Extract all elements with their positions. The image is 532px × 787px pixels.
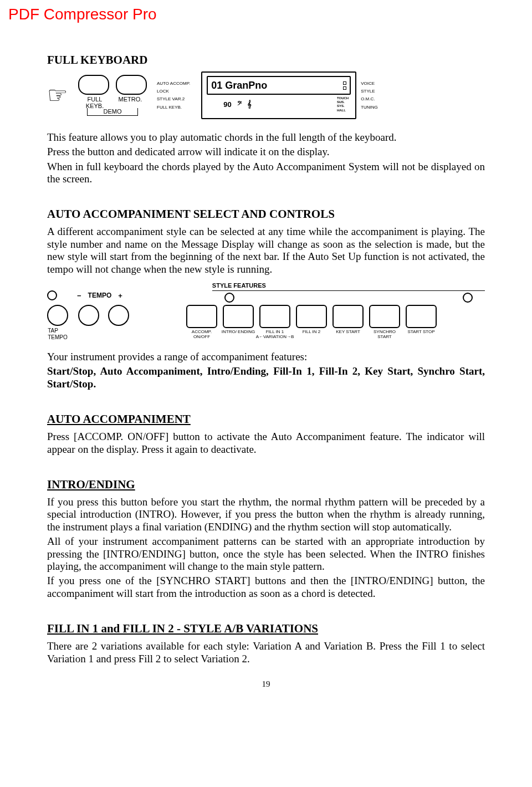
figure-keyboard-display: ☞ FULL KEYB. METRO. DEMO AUTO ACCOMP. LO…: [47, 71, 485, 119]
heading-auto-accomp-select: AUTO ACCOMPANIMENT SELECT AND CONTROLS: [47, 207, 485, 221]
paragraph: Press the button and dedicated arrow wil…: [47, 146, 485, 158]
full-keyb-button: [78, 75, 109, 95]
lcd-voice-name: 01 GranPno: [211, 80, 267, 91]
page-number: 19: [47, 679, 485, 689]
lcd-right-labels: VOICE STYLE O.M.C. TUNING: [361, 80, 378, 110]
pointing-hand-icon: ☞: [47, 84, 68, 107]
heading-full-keyboard: FULL KEYBOARD: [47, 53, 485, 67]
tempo-minus-button: [78, 305, 99, 326]
paragraph: Your instrument provides a range of acco…: [47, 351, 485, 363]
fill-in-1-button: [259, 305, 290, 328]
lcd-display: 01 GranPno 90 𝄢 𝄞 TOUCH SUS. SYS. HALL: [201, 71, 356, 119]
intro-ending-button: [223, 305, 254, 328]
led-icon: [463, 293, 473, 303]
tempo-minus-label: −: [77, 292, 81, 300]
button-group: FULL KEYB. METRO. DEMO: [78, 75, 147, 116]
tempo-plus-label: +: [118, 292, 122, 300]
tempo-label: TEMPO: [88, 292, 112, 299]
style-features-label: STYLE FEATURES: [212, 282, 485, 289]
led-icon: [47, 290, 57, 300]
lcd-left-labels: AUTO ACCOMP. LOCK STYLE VAR.2 FULL KEYB.: [157, 80, 190, 110]
paragraph: A different accompaniment style can be s…: [47, 226, 485, 275]
paragraph: There are 2 variations available for eac…: [47, 640, 485, 665]
paragraph: All of your instrument accompaniment pat…: [47, 535, 485, 573]
synchro-start-button: [369, 305, 400, 328]
label-demo: DEMO: [87, 108, 138, 116]
fill-in-2-button: [296, 305, 327, 328]
accomp-onoff-button: [186, 305, 217, 328]
heading-auto-accompaniment: AUTO ACCOMPANIMENT: [47, 412, 485, 426]
pdf-compressor-watermark: PDF Compressor Pro: [8, 6, 485, 23]
document-page: PDF Compressor Pro FULL KEYBOARD ☞ FULL …: [0, 0, 532, 711]
paragraph: This feature allows you to play automati…: [47, 131, 485, 144]
key-start-button: [332, 305, 364, 328]
label-full-keyb: FULL KEYB.: [80, 96, 109, 109]
figure-style-features: − TEMPO + STYLE FEATURES TAPTEMPO: [47, 282, 485, 342]
metro-button: [116, 75, 147, 95]
bass-clef-icon: 𝄢: [237, 100, 242, 109]
tap-tempo-label: TAPTEMPO: [48, 328, 68, 340]
paragraph: If you press one of the [SYNCHRO START] …: [47, 575, 485, 600]
heading-intro-ending: INTRO/ENDING: [47, 478, 485, 492]
paragraph: If you press this button before you star…: [47, 496, 485, 533]
label-metro: METRO.: [116, 96, 145, 109]
led-icon: [224, 293, 234, 303]
feature-list: Start/Stop, Auto Accompaniment, Intro/En…: [47, 365, 485, 390]
paragraph: When in full keyboard the chords played …: [47, 161, 485, 186]
heading-fill-in: FILL IN 1 and FILL IN 2 - STYLE A/B VARI…: [47, 622, 485, 636]
paragraph: Press [ACCOMP. ON/OFF] button to activat…: [47, 431, 485, 456]
lcd-tempo-value: 90: [223, 100, 231, 109]
treble-clef-icon: 𝄞: [247, 100, 252, 109]
tap-tempo-button: [47, 305, 68, 326]
tempo-plus-button: [108, 305, 129, 326]
start-stop-button: [406, 305, 437, 328]
